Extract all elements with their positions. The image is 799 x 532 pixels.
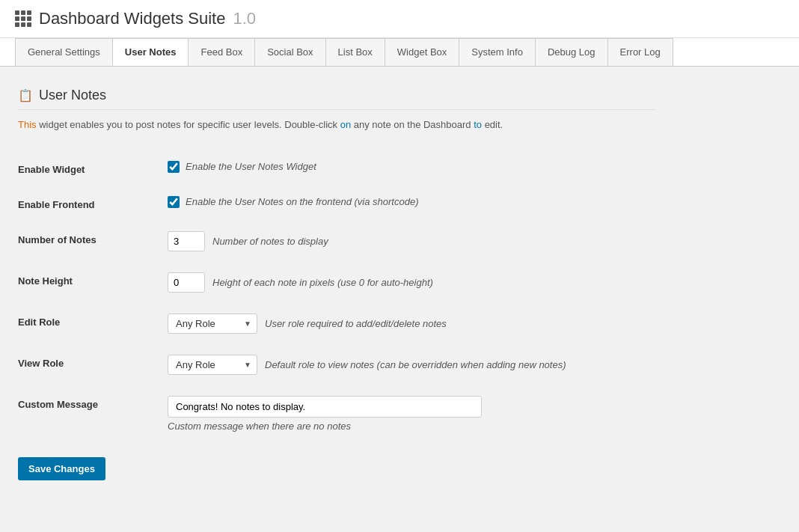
tab-user-notes[interactable]: User Notes [112, 38, 189, 66]
content-area: 📋 User Notes This widget enables you to … [0, 67, 673, 495]
tab-error-log[interactable]: Error Log [607, 38, 673, 66]
app-title: Dashboard Widgets Suite [39, 9, 225, 28]
edit-role-field: Any Role Administrator Editor Author Con… [168, 314, 655, 334]
view-role-select[interactable]: Any Role Administrator Editor Author Con… [168, 355, 257, 375]
header-divider [18, 109, 655, 110]
save-changes-button[interactable]: Save Changes [18, 457, 105, 480]
number-of-notes-input[interactable] [168, 231, 205, 251]
number-of-notes-field: Number of notes to display [168, 231, 655, 251]
enable-widget-checkbox[interactable] [168, 161, 180, 173]
grid-icon [15, 10, 31, 27]
tab-feed-box[interactable]: Feed Box [188, 38, 255, 66]
custom-message-input[interactable] [168, 396, 482, 418]
enable-frontend-field: Enable the User Notes on the frontend (v… [168, 196, 655, 208]
view-role-row: View Role Any Role Administrator Editor … [18, 344, 655, 385]
custom-message-label: Custom Message [18, 396, 168, 410]
section-icon: 📋 [18, 88, 33, 103]
number-of-notes-row: Number of Notes Number of notes to displ… [18, 221, 655, 262]
enable-widget-field: Enable the User Notes Widget [168, 161, 655, 173]
note-height-row: Note Height Height of each note in pixel… [18, 262, 655, 303]
enable-frontend-label: Enable Frontend [18, 196, 168, 210]
tabs-bar: General Settings User Notes Feed Box Soc… [0, 38, 799, 67]
number-of-notes-hint: Number of notes to display [212, 236, 328, 247]
tab-system-info[interactable]: System Info [459, 38, 536, 66]
section-header: 📋 User Notes [18, 88, 655, 103]
tab-general-settings[interactable]: General Settings [15, 38, 113, 66]
note-height-hint: Height of each note in pixels (use 0 for… [212, 277, 433, 288]
enable-widget-row: Enable Widget Enable the User Notes Widg… [18, 150, 655, 186]
enable-frontend-checkbox[interactable] [168, 196, 180, 208]
app-header: Dashboard Widgets Suite 1.0 [0, 0, 799, 38]
enable-widget-checkbox-label: Enable the User Notes Widget [186, 161, 316, 172]
section-description: This widget enables you to post notes fo… [18, 117, 655, 132]
section-title: User Notes [39, 88, 106, 103]
edit-role-label: Edit Role [18, 314, 168, 328]
custom-message-hint: Custom message when there are no notes [168, 421, 655, 432]
note-height-input[interactable] [168, 272, 205, 293]
tab-list-box[interactable]: List Box [325, 38, 385, 66]
view-role-hint: Default role to view notes (can be overr… [265, 359, 566, 370]
number-of-notes-label: Number of Notes [18, 231, 168, 245]
tab-social-box[interactable]: Social Box [254, 38, 325, 66]
enable-widget-label: Enable Widget [18, 161, 168, 175]
note-height-label: Note Height [18, 272, 168, 287]
edit-role-hint: User role required to add/edit/delete no… [265, 318, 447, 329]
note-height-field: Height of each note in pixels (use 0 for… [168, 272, 655, 293]
view-role-field: Any Role Administrator Editor Author Con… [168, 355, 655, 375]
enable-frontend-checkbox-label: Enable the User Notes on the frontend (v… [186, 196, 418, 207]
custom-message-row: Custom Message Custom message when there… [18, 385, 655, 442]
edit-role-row: Edit Role Any Role Administrator Editor … [18, 303, 655, 344]
tab-widget-box[interactable]: Widget Box [385, 38, 459, 66]
enable-frontend-row: Enable Frontend Enable the User Notes on… [18, 186, 655, 221]
app-version: 1.0 [233, 9, 256, 28]
custom-message-field: Custom message when there are no notes [168, 396, 655, 432]
edit-role-select[interactable]: Any Role Administrator Editor Author Con… [168, 314, 257, 334]
tab-debug-log[interactable]: Debug Log [535, 38, 608, 66]
view-role-label: View Role [18, 355, 168, 369]
